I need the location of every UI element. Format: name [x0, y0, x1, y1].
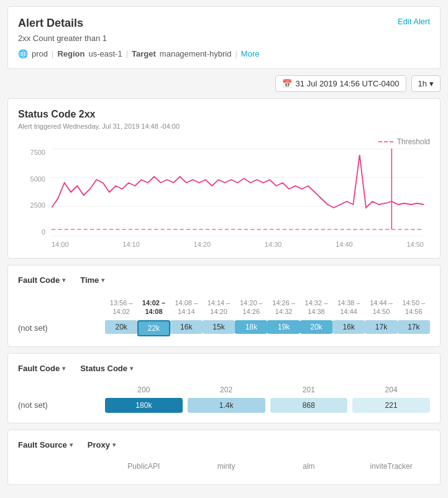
proxy-col-invitetracker: inviteTracker	[352, 462, 430, 474]
status-fill-202: 1.4k	[188, 398, 265, 413]
alert-details-card: Alert Details Edit Alert 2xx Count great…	[7, 6, 441, 69]
proxy-label: Proxy	[88, 440, 110, 450]
fault-code-time-col1-header[interactable]: Fault Code ▾	[18, 275, 65, 285]
time-col-header-6: 14:32 –14:38	[300, 297, 332, 320]
fault-source-col1-header[interactable]: Fault Source ▾	[18, 440, 73, 450]
fault-code-status-col1-header[interactable]: Fault Code ▾	[18, 364, 65, 373]
x-label-1450: 14:50	[406, 241, 424, 248]
time-cell-6[interactable]: 20k	[300, 320, 332, 336]
time-range-9: 14:50 –14:56	[398, 297, 430, 320]
proxy-col-alm: alm	[270, 462, 348, 474]
time-bar-1: 22k	[137, 320, 170, 336]
status-bar-202: 1.4k	[188, 398, 265, 413]
time-cell-1[interactable]: 22k	[137, 320, 170, 336]
fault-status-table: 200 202 201 204 (not set) 180k	[18, 385, 430, 413]
fault-source-arrow-icon: ▾	[70, 441, 73, 448]
time-col-header-3: 14:14 –14:20	[203, 297, 235, 320]
time-bar-9: 17k	[398, 320, 430, 334]
time-col-header-9: 14:50 –14:56	[398, 297, 430, 320]
proxy-col-publicapi: PublicAPI	[105, 462, 183, 474]
time-bar-6: 20k	[300, 320, 332, 334]
proxy-col-minty: minty	[188, 462, 265, 474]
time-arrow-icon: ▾	[101, 277, 104, 284]
status-code-201-label: 201	[270, 385, 348, 398]
region-label: Region	[57, 49, 85, 58]
proxy-label-publicapi: PublicAPI	[105, 462, 183, 474]
time-col-header-8: 14:44 –14:50	[365, 297, 397, 320]
time-data-cells: 20k 22k 16k 15k 18k 19k 20k	[105, 320, 430, 336]
time-controls: 📅 31 Jul 2019 14:56 UTC-0400 1h ▾	[7, 75, 441, 92]
status-fill-204: 221	[352, 398, 430, 413]
time-cell-8[interactable]: 17k	[365, 320, 397, 336]
fault-proxy-header: Fault Source ▾ Proxy ▾	[18, 440, 430, 454]
time-cell-2[interactable]: 16k	[170, 320, 203, 336]
time-col-headers: 13:56 –14:02 14:02 –14:08 14:08 –14:14 1…	[105, 297, 430, 320]
y-label-7500: 7500	[30, 149, 45, 156]
fault-source-proxy-card: Fault Source ▾ Proxy ▾ PublicAPI minty a…	[7, 430, 441, 485]
time-cell-3[interactable]: 15k	[203, 320, 235, 336]
alert-header: Alert Details Edit Alert	[18, 17, 430, 30]
status-fill-200: 180k	[105, 398, 183, 413]
edit-alert-link[interactable]: Edit Alert	[398, 17, 430, 26]
fault-proxy-table: PublicAPI minty alm inviteTracker	[18, 462, 430, 474]
chart-title: Status Code 2xx	[18, 109, 430, 120]
x-label-1440: 14:40	[336, 241, 353, 248]
time-bar-3: 15k	[203, 320, 235, 334]
time-col-label: Time	[80, 275, 99, 285]
separator1: |	[52, 49, 53, 58]
time-bar-7: 16k	[332, 320, 365, 334]
status-cell-204[interactable]: 221	[352, 398, 430, 413]
status-bar-201: 868	[270, 398, 348, 413]
calendar-icon: 📅	[282, 79, 292, 88]
time-col-header-1: 14:02 –14:08	[137, 297, 170, 320]
fault-time-data-row: (not set) 20k 22k 16k 15k 18k 19k	[18, 320, 430, 336]
time-cell-9[interactable]: 17k	[398, 320, 430, 336]
time-bar-0: 20k	[105, 320, 137, 334]
time-col-header-2: 14:08 –14:14	[170, 297, 203, 320]
y-label-2500: 2500	[30, 201, 45, 209]
time-bar-8: 17k	[365, 320, 397, 334]
date-picker-button[interactable]: 📅 31 Jul 2019 14:56 UTC-0400	[275, 75, 406, 92]
proxy-col2-header[interactable]: Proxy ▾	[88, 440, 116, 450]
time-col-header-4: 14:20 –14:26	[235, 297, 267, 320]
fault-code-status-col2-header[interactable]: Status Code ▾	[80, 364, 133, 373]
time-range-8: 14:44 –14:50	[365, 297, 397, 320]
fault-code-status-arrow-icon: ▾	[62, 365, 65, 372]
separator2: |	[126, 49, 128, 58]
status-code-204-label: 204	[352, 385, 430, 398]
more-link[interactable]: More	[241, 49, 260, 58]
globe-icon: 🌐	[18, 49, 28, 58]
time-cell-5[interactable]: 19k	[267, 320, 299, 336]
time-range-5: 14:26 –14:32	[267, 297, 299, 320]
status-cell-202[interactable]: 1.4k	[188, 398, 265, 413]
fault-time-table: 13:56 –14:02 14:02 –14:08 14:08 –14:14 1…	[18, 297, 430, 336]
status-col-header-202: 202	[188, 385, 265, 398]
fault-status-row-label: (not set)	[18, 398, 105, 412]
status-cell-201[interactable]: 868	[270, 398, 348, 413]
proxy-label-invitetracker: inviteTracker	[352, 462, 430, 474]
x-axis: 14:00 14:10 14:20 14:30 14:40 14:50	[52, 241, 424, 248]
status-code-arrow-icon: ▾	[130, 365, 133, 372]
time-column-headers-row: 13:56 –14:02 14:02 –14:08 14:08 –14:14 1…	[18, 297, 430, 320]
time-range-0: 13:56 –14:02	[105, 297, 137, 320]
fault-code-arrow-icon: ▾	[62, 277, 65, 284]
fault-code-time-col2-header[interactable]: Time ▾	[80, 275, 104, 285]
status-code-label: Status Code	[80, 364, 127, 373]
proxy-arrow-icon: ▾	[112, 441, 116, 448]
fault-code-time-label: Fault Code	[18, 275, 60, 285]
threshold-line-sample	[378, 141, 393, 142]
time-cell-0[interactable]: 20k	[105, 320, 137, 336]
fault-time-row-label: (not set)	[18, 321, 105, 335]
date-value: 31 Jul 2019 14:56 UTC-0400	[296, 79, 400, 88]
time-cell-7[interactable]: 16k	[332, 320, 365, 336]
x-label-1420: 14:20	[194, 241, 211, 248]
proxy-col-headers-row: PublicAPI minty alm inviteTracker	[18, 462, 430, 474]
x-label-1430: 14:30	[265, 241, 282, 248]
chart-plot	[52, 149, 424, 236]
threshold-label: Threshold	[397, 137, 430, 146]
time-range-button[interactable]: 1h ▾	[411, 75, 441, 92]
status-cell-200[interactable]: 180k	[105, 398, 183, 413]
time-bar-5: 19k	[267, 320, 299, 334]
fault-status-data-row: (not set) 180k 1.4k 868	[18, 398, 430, 413]
time-cell-4[interactable]: 18k	[235, 320, 267, 336]
